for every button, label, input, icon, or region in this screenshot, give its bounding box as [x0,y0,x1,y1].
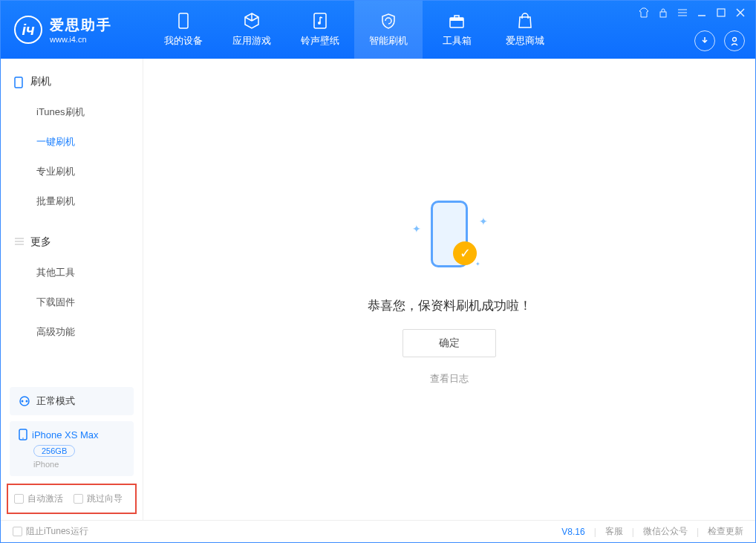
sparkle-icon: ✦ [479,215,488,227]
phone-small-icon [14,77,25,87]
sidebar-item-itunes-flash[interactable]: iTunes刷机 [1,97,143,127]
download-circle-icon[interactable] [694,30,715,51]
toolbox-icon [448,12,466,30]
sidebar-item-download-firmware[interactable]: 下载固件 [1,287,143,317]
sidebar-item-other-tools[interactable]: 其他工具 [1,258,143,287]
shirt-icon[interactable] [638,7,650,19]
svg-point-20 [26,400,28,403]
success-illustration: ✦ ✦ ✦ ✓ [405,193,494,282]
sidebar-items-more: 其他工具 下载固件 高级功能 [1,255,143,350]
music-note-icon [311,12,329,30]
tab-label: 智能刷机 [369,34,408,48]
svg-rect-5 [660,12,666,17]
svg-rect-10 [717,9,725,16]
svg-point-19 [22,400,24,403]
svg-point-22 [22,438,24,439]
sidebar-section-flash: 刷机 iTunes刷机 一键刷机 专业刷机 批量刷机 [1,59,143,219]
divider: | [632,527,634,537]
sidebar-item-oneclick-flash[interactable]: 一键刷机 [1,127,143,157]
checkbox-label: 阻止iTunes运行 [26,525,88,538]
refresh-shield-icon [379,12,397,30]
app-title: 爱思助手 [50,16,112,35]
window-controls [638,7,746,19]
checkbox-skip-guide[interactable]: 跳过向导 [74,492,123,505]
device-icon [175,12,192,30]
mode-icon [19,395,30,407]
sidebar-head-more: 更多 [1,230,143,255]
checkbox-icon [74,494,83,504]
sidebar-head-flash: 刷机 [1,69,143,94]
lock-icon[interactable] [657,7,669,19]
sidebar-head-label: 更多 [30,235,51,249]
logo-text: 爱思助手 www.i4.cn [50,16,112,44]
version-label: V8.16 [561,527,584,537]
tab-label: 铃声壁纸 [301,34,339,48]
tab-label: 我的设备 [164,34,203,48]
footer-link-support[interactable]: 客服 [605,525,623,538]
mode-box: 正常模式 [10,387,134,415]
device-box: iPhone XS Max 256GB iPhone [10,421,134,476]
checkbox-label: 自动激活 [27,492,63,505]
main-content: ✦ ✦ ✦ ✓ 恭喜您，保资料刷机成功啦！ 确定 查看日志 [143,59,755,520]
device-name: iPhone XS Max [32,429,99,440]
user-circle-icon[interactable] [724,30,745,51]
footer-left: 阻止iTunes运行 [13,525,88,538]
device-capacity: 256GB [33,445,75,457]
device-type: iPhone [33,460,125,469]
svg-rect-4 [450,18,463,21]
divider: | [697,527,699,537]
checkbox-block-itunes[interactable]: 阻止iTunes运行 [13,525,88,538]
tab-toolbox[interactable]: 工具箱 [423,1,491,59]
footer: 阻止iTunes运行 V8.16 | 客服 | 微信公众号 | 检查更新 [1,520,755,542]
close-icon[interactable] [734,7,746,19]
sidebar-item-advanced[interactable]: 高级功能 [1,317,143,347]
iphone-icon [19,429,27,440]
svg-rect-14 [15,77,22,88]
body-area: 刷机 iTunes刷机 一键刷机 专业刷机 批量刷机 更多 其他工具 下载固件 … [1,59,755,520]
cube-icon [243,12,261,30]
device-name-row: iPhone XS Max [19,429,125,440]
footer-link-update[interactable]: 检查更新 [708,525,743,538]
sidebar-item-batch-flash[interactable]: 批量刷机 [1,186,143,216]
checkmark-badge-icon: ✓ [453,241,477,265]
footer-right: V8.16 | 客服 | 微信公众号 | 检查更新 [561,525,743,538]
sidebar-items-flash: iTunes刷机 一键刷机 专业刷机 批量刷机 [1,94,143,219]
view-log-link[interactable]: 查看日志 [430,372,469,386]
checkbox-icon [13,527,22,536]
checkbox-auto-activate[interactable]: 自动激活 [14,492,63,505]
confirm-button[interactable]: 确定 [403,329,496,357]
tab-my-device[interactable]: 我的设备 [149,1,218,59]
tab-label: 爱思商城 [506,34,544,48]
footer-link-wechat[interactable]: 微信公众号 [643,525,688,538]
list-icon [14,237,25,247]
main-tabs: 我的设备 应用游戏 铃声壁纸 智能刷机 工具箱 爱思商城 [149,1,559,59]
logo-area: iч 爱思助手 www.i4.cn [1,16,149,44]
svg-point-13 [733,38,737,42]
svg-point-2 [318,22,321,25]
app-header: iч 爱思助手 www.i4.cn 我的设备 应用游戏 铃声壁纸 智能刷机 工具… [1,1,755,59]
svg-rect-0 [179,13,188,28]
sidebar-head-label: 刷机 [30,75,51,88]
tab-smart-flash[interactable]: 智能刷机 [354,1,423,59]
checkbox-icon [14,494,24,504]
sidebar: 刷机 iTunes刷机 一键刷机 专业刷机 批量刷机 更多 其他工具 下载固件 … [1,59,143,520]
minimize-icon[interactable] [696,7,708,19]
sidebar-item-pro-flash[interactable]: 专业刷机 [1,157,143,186]
tab-apps-games[interactable]: 应用游戏 [218,1,286,59]
sparkle-icon: ✦ [475,261,480,267]
app-logo-icon: iч [14,16,42,44]
checkbox-label: 跳过向导 [87,492,123,505]
tab-ringtones[interactable]: 铃声壁纸 [286,1,354,59]
header-action-circles [694,30,745,51]
app-subtitle: www.i4.cn [50,35,112,44]
shopping-bag-icon [516,12,534,30]
maximize-icon[interactable] [715,7,727,19]
sidebar-section-more: 更多 其他工具 下载固件 高级功能 [1,219,143,350]
menu-icon[interactable] [677,7,688,19]
tab-label: 应用游戏 [232,34,271,48]
mode-label: 正常模式 [36,394,75,408]
success-message: 恭喜您，保资料刷机成功啦！ [368,297,532,314]
flash-options-highlighted: 自动激活 跳过向导 [7,484,137,514]
tab-label: 工具箱 [443,34,472,48]
tab-store[interactable]: 爱思商城 [491,1,559,59]
